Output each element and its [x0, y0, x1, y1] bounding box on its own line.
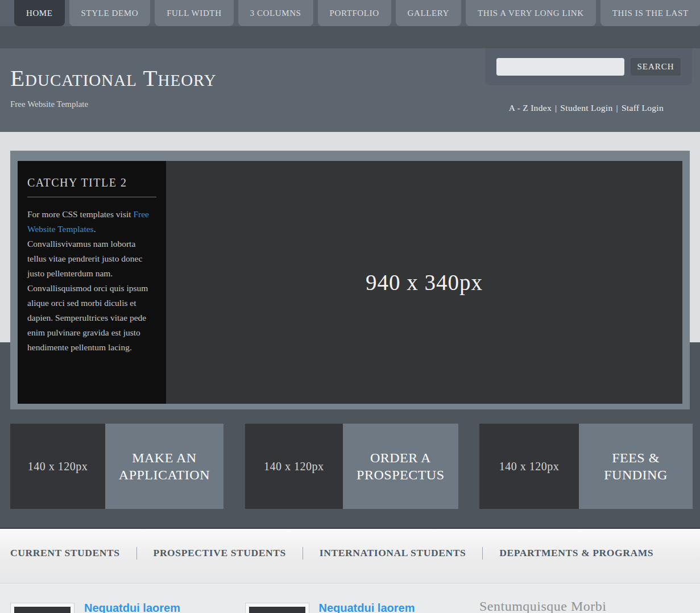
site-title: Educational Theory: [10, 64, 217, 92]
search-button[interactable]: SEARCH: [631, 58, 681, 76]
slide-title-divider: [27, 197, 156, 197]
section-nav: CURRENT STUDENTS PROSPECTIVE STUDENTS IN…: [0, 529, 700, 583]
slide-text-after-link: . Convallisvivamus nam loborta tellus vi…: [27, 224, 148, 352]
tab-full-width[interactable]: FULL WIDTH: [155, 0, 233, 26]
tab-style-demo[interactable]: STYLE DEMO: [69, 0, 151, 26]
nav-international-students[interactable]: INTERNATIONAL STUDENTS: [320, 547, 466, 559]
cta-label: FEES & FUNDING: [579, 424, 693, 509]
bottom-content: Nequatdui laorem Nequatdui laorem Sentum…: [0, 583, 700, 613]
link-az-index[interactable]: A - Z Index: [509, 103, 552, 113]
nav-prospective-students[interactable]: PROSPECTIVE STUDENTS: [154, 547, 286, 559]
tab-gallery[interactable]: GALLERY: [396, 0, 461, 26]
slide-text-panel: CATCHY TITLE 2 For more CSS templates vi…: [18, 161, 166, 404]
cta-row: 140 x 120px MAKE AN APPLICATION 140 x 12…: [10, 424, 693, 509]
news-thumbnail[interactable]: [10, 603, 74, 613]
cta-order-a-prospectus[interactable]: 140 x 120px ORDER A PROSPECTUS: [245, 424, 458, 509]
news-thumbnail-image: [14, 607, 71, 613]
tab-portfolio[interactable]: PORTFOLIO: [318, 0, 391, 26]
news-title-link[interactable]: Nequatdui laorem: [319, 602, 415, 613]
main-band: CATCHY TITLE 2 For more CSS templates vi…: [0, 132, 700, 529]
tab-very-long-link[interactable]: THIS A VERY LONG LINK: [466, 0, 596, 26]
slide-image-placeholder: 940 x 340px: [166, 161, 682, 404]
nav-departments-programs[interactable]: DEPARTMENTS & PROGRAMS: [499, 547, 653, 559]
section-nav-separator: [303, 547, 303, 560]
link-student-login[interactable]: Student Login: [560, 103, 612, 113]
column-heading: Sentumquisque Morbi: [479, 599, 607, 613]
news-title-link[interactable]: Nequatdui laorem: [84, 602, 180, 613]
slide-title: CATCHY TITLE 2: [27, 176, 156, 189]
slide-text-before-link: For more CSS templates visit: [27, 209, 133, 219]
news-thumbnail-image: [249, 607, 305, 613]
site-subtitle: Free Website Template: [10, 100, 88, 109]
nav-sub-strip: [0, 26, 700, 48]
top-nav-tabs: HOME STYLE DEMO FULL WIDTH 3 COLUMNS POR…: [0, 0, 700, 26]
site-header: Educational Theory Free Website Template…: [0, 48, 700, 132]
featured-slider: CATCHY TITLE 2 For more CSS templates vi…: [10, 151, 690, 409]
news-column-1: Nequatdui laorem: [10, 600, 223, 613]
news-thumbnail[interactable]: [245, 603, 309, 613]
info-column: Sentumquisque Morbi: [479, 600, 693, 613]
cta-image-placeholder: 140 x 120px: [245, 424, 343, 509]
tab-3-columns[interactable]: 3 COLUMNS: [238, 0, 313, 26]
cta-fees-and-funding[interactable]: 140 x 120px FEES & FUNDING: [479, 424, 693, 509]
search-panel: SEARCH: [485, 48, 692, 85]
cta-image-placeholder: 140 x 120px: [479, 424, 579, 509]
tab-last[interactable]: THIS IS THE LAST: [600, 0, 700, 26]
nav-current-students[interactable]: CURRENT STUDENTS: [10, 547, 120, 559]
links-separator: |: [555, 103, 557, 113]
slide-paragraph: For more CSS templates visit Free Websit…: [27, 207, 156, 355]
link-staff-login[interactable]: Staff Login: [622, 103, 664, 113]
tab-home[interactable]: HOME: [14, 0, 65, 26]
section-nav-separator: [136, 547, 137, 560]
top-nav-bar: HOME STYLE DEMO FULL WIDTH 3 COLUMNS POR…: [0, 0, 700, 26]
section-nav-separator: [482, 547, 483, 560]
cta-label: MAKE AN APPLICATION: [105, 424, 223, 509]
quick-links: A - Z Index|Student Login|Staff Login: [509, 103, 664, 113]
cta-label: ORDER A PROSPECTUS: [343, 424, 458, 509]
links-separator: |: [616, 103, 618, 113]
cta-make-an-application[interactable]: 140 x 120px MAKE AN APPLICATION: [10, 424, 223, 509]
search-input[interactable]: [496, 58, 624, 76]
cta-image-placeholder: 140 x 120px: [10, 424, 105, 509]
news-column-2: Nequatdui laorem: [245, 600, 458, 613]
